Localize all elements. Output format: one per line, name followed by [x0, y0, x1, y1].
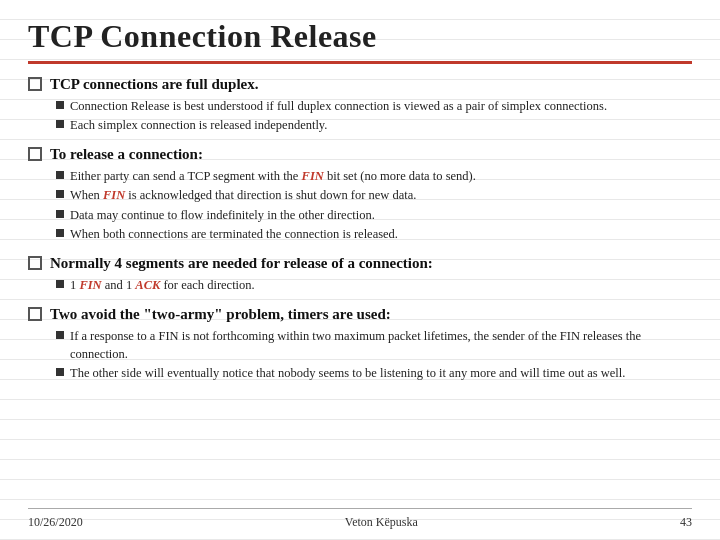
sub-bullet-icon: [56, 101, 64, 109]
sub-text-1-1: Connection Release is best understood if…: [70, 97, 692, 115]
bullet-icon-4: [28, 307, 42, 321]
sub-bullet-1-2: Each simplex connection is released inde…: [56, 116, 692, 134]
sub-bullet-2-3: Data may continue to flow indefinitely i…: [56, 206, 692, 224]
sub-text-2-4: When both connections are terminated the…: [70, 225, 692, 243]
section-2-label: To release a connection:: [50, 144, 203, 165]
bullet-icon-3: [28, 256, 42, 270]
footer-page: 43: [680, 515, 692, 530]
bullet-icon-2: [28, 147, 42, 161]
sub-bullet-icon: [56, 229, 64, 237]
sub-bullet-1-1: Connection Release is best understood if…: [56, 97, 692, 115]
section-1-label: TCP connections are full duplex.: [50, 74, 259, 95]
slide-footer: 10/26/2020 Veton Këpuska 43: [28, 508, 692, 530]
sub-bullet-icon: [56, 120, 64, 128]
sub-text-2-2: When FIN is acknowledged that direction …: [70, 186, 692, 204]
section-4: Two avoid the "two-army" problem, timers…: [28, 304, 692, 382]
bullet-icon-1: [28, 77, 42, 91]
footer-author: Veton Këpuska: [345, 515, 418, 530]
main-bullet-1: TCP connections are full duplex.: [28, 74, 692, 95]
sub-text-2-3: Data may continue to flow indefinitely i…: [70, 206, 692, 224]
section-4-subbullets: If a response to a FIN is not forthcomin…: [56, 327, 692, 382]
slide-title: TCP Connection Release: [28, 18, 692, 55]
sub-text-2-1: Either party can send a TCP segment with…: [70, 167, 692, 185]
main-bullet-2: To release a connection:: [28, 144, 692, 165]
section-1: TCP connections are full duplex. Connect…: [28, 74, 692, 134]
sub-bullet-icon: [56, 368, 64, 376]
sub-text-4-2: The other side will eventually notice th…: [70, 364, 692, 382]
section-2: To release a connection: Either party ca…: [28, 144, 692, 243]
sub-bullet-4-1: If a response to a FIN is not forthcomin…: [56, 327, 692, 363]
section-3-subbullets: 1 FIN and 1 ACK for each direction.: [56, 276, 692, 294]
section-1-subbullets: Connection Release is best understood if…: [56, 97, 692, 134]
main-bullet-3: Normally 4 segments are needed for relea…: [28, 253, 692, 274]
sub-bullet-icon: [56, 280, 64, 288]
slide-container: TCP Connection Release TCP connections a…: [0, 0, 720, 540]
sub-text-1-2: Each simplex connection is released inde…: [70, 116, 692, 134]
sub-bullet-icon: [56, 171, 64, 179]
sub-bullet-icon: [56, 190, 64, 198]
section-3-label: Normally 4 segments are needed for relea…: [50, 253, 433, 274]
section-3: Normally 4 segments are needed for relea…: [28, 253, 692, 294]
sub-bullet-3-1: 1 FIN and 1 ACK for each direction.: [56, 276, 692, 294]
sub-text-4-1: If a response to a FIN is not forthcomin…: [70, 327, 692, 363]
slide-content: TCP connections are full duplex. Connect…: [28, 74, 692, 508]
sub-bullet-icon: [56, 331, 64, 339]
footer-date: 10/26/2020: [28, 515, 83, 530]
main-bullet-4: Two avoid the "two-army" problem, timers…: [28, 304, 692, 325]
sub-bullet-2-1: Either party can send a TCP segment with…: [56, 167, 692, 185]
sub-bullet-2-4: When both connections are terminated the…: [56, 225, 692, 243]
sub-bullet-4-2: The other side will eventually notice th…: [56, 364, 692, 382]
sub-bullet-icon: [56, 210, 64, 218]
sub-bullet-2-2: When FIN is acknowledged that direction …: [56, 186, 692, 204]
sub-text-3-1: 1 FIN and 1 ACK for each direction.: [70, 276, 692, 294]
section-4-label: Two avoid the "two-army" problem, timers…: [50, 304, 391, 325]
section-2-subbullets: Either party can send a TCP segment with…: [56, 167, 692, 243]
title-underline: [28, 61, 692, 64]
